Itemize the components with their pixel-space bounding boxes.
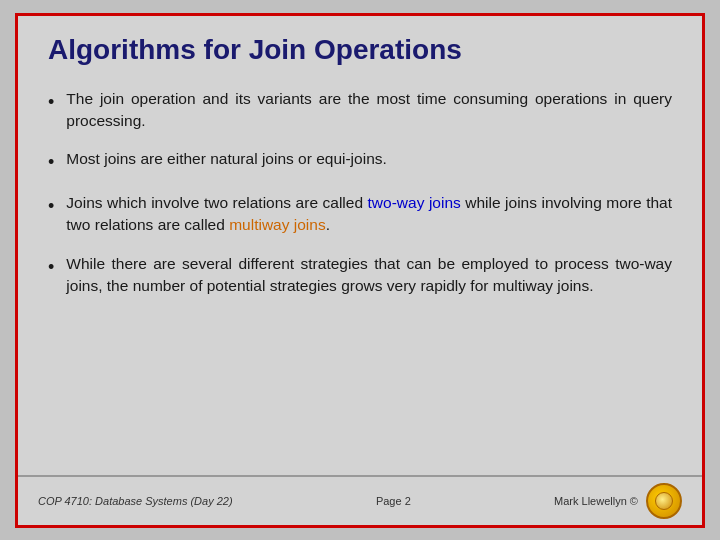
footer-page: Page 2	[376, 495, 411, 507]
logo-inner-circle	[655, 492, 673, 510]
bullet-dot-2: •	[48, 150, 54, 175]
bullet-text-2: Most joins are either natural joins or e…	[66, 148, 387, 170]
bullet-item-2: • Most joins are either natural joins or…	[48, 148, 672, 175]
bullet-dot-1: •	[48, 90, 54, 115]
bullet-item-3: • Joins which involve two relations are …	[48, 192, 672, 237]
footer-right: Mark Llewellyn ©	[554, 483, 682, 519]
bullet-text-4: While there are several different strate…	[66, 253, 672, 298]
bullet-dot-3: •	[48, 194, 54, 219]
bullet-text-3: Joins which involve two relations are ca…	[66, 192, 672, 237]
bullet-dot-4: •	[48, 255, 54, 280]
logo-icon	[646, 483, 682, 519]
slide: Algorithms for Join Operations • The joi…	[15, 13, 705, 528]
slide-footer: COP 4710: Database Systems (Day 22) Page…	[18, 475, 702, 525]
bullet-text-1: The join operation and its variants are …	[66, 88, 672, 133]
highlight-two-way-joins: two-way joins	[368, 194, 461, 211]
bullet-item-1: • The join operation and its variants ar…	[48, 88, 672, 133]
bullet-item-4: • While there are several different stra…	[48, 253, 672, 298]
footer-course: COP 4710: Database Systems (Day 22)	[38, 495, 233, 507]
slide-content: • The join operation and its variants ar…	[18, 78, 702, 475]
slide-title: Algorithms for Join Operations	[18, 16, 702, 78]
highlight-multiway-joins: multiway joins	[229, 216, 325, 233]
footer-author: Mark Llewellyn ©	[554, 495, 638, 507]
